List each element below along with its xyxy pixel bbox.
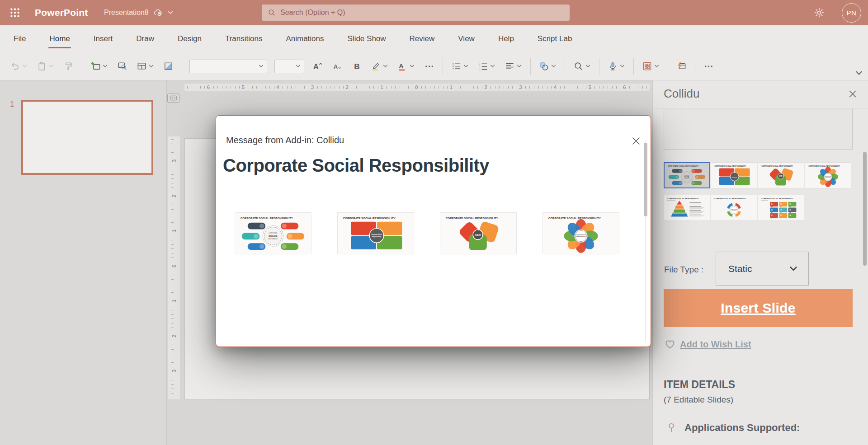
layout-icon [137,61,147,71]
svg-text:01: 01 [771,203,773,205]
panel-close-button[interactable] [847,89,858,99]
svg-text:CORPORATE SOCIAL RESPONSIBILIT: CORPORATE SOCIAL RESPONSIBILITY [714,165,746,167]
slide-thumbnail[interactable] [21,100,153,175]
tab-slide-show[interactable]: Slide Show [348,25,386,52]
settings-button[interactable] [814,7,826,19]
font-size-combobox[interactable] [274,60,304,73]
svg-text:CORPORATE SOCIAL RESPONSIBILIT: CORPORATE SOCIAL RESPONSIBILITY [667,198,699,200]
addins-button[interactable] [675,59,688,73]
find-button[interactable] [572,59,592,73]
bullets-button[interactable] [450,59,470,73]
chevron-down-icon [102,63,108,69]
background-button[interactable] [162,59,175,73]
tab-help[interactable]: Help [498,25,514,52]
collapse-thumbnail-panel-button[interactable] [167,94,179,103]
bold-button[interactable]: B [350,59,363,73]
tab-animations[interactable]: Animations [286,25,324,52]
reuse-slides-button[interactable] [116,59,128,73]
chevron-down-icon [654,63,660,69]
tab-review[interactable]: Review [410,25,435,52]
account-avatar[interactable]: PN [842,3,861,23]
chevron-down-icon [258,63,264,69]
ellipsis-button[interactable] [703,59,715,73]
dialog-slide-thumbnail-3[interactable]: CORPORATE SOCIAL RESPONSIBILITYCSR [440,212,517,254]
insert-slide-label: Insert Slide [721,300,795,316]
horizontal-ruler: 6543210123456 [184,84,650,91]
svg-text:03: 03 [789,203,791,205]
svg-text:CORPORATE SOCIAL RESPONSIBILIT: CORPORATE SOCIAL RESPONSIBILITY [548,216,601,220]
search-bar[interactable] [262,5,570,21]
tab-script-lab[interactable]: Script Lab [538,25,572,52]
align-button[interactable] [504,59,523,73]
template-thumbnail-3[interactable]: CORPORATE SOCIAL RESPONSIBILITYCSR [758,162,804,188]
panel-scrollbar-thumb[interactable] [863,152,867,266]
insert-slide-button[interactable]: Insert Slide [664,289,853,327]
font-color-button[interactable]: A [396,59,416,73]
tab-home[interactable]: Home [49,25,70,52]
template-thumbnail-1[interactable]: CORPORATE SOCIAL RESPONSIBILITYCORPORATE… [664,162,710,188]
svg-text:Corporate Social: Corporate Social [371,234,382,235]
dialog-slide-thumbnail-1[interactable]: CORPORATE SOCIAL RESPONSIBILITYCORPORATE… [235,212,311,254]
new-slide-button[interactable] [90,59,109,73]
layout-button[interactable] [136,59,155,73]
grow-font-button[interactable]: A [311,59,324,73]
file-type-select[interactable]: Static [716,252,809,286]
template-thumbnail-2[interactable]: CORPORATE SOCIAL RESPONSIBILITYCorporate… [711,162,757,188]
collidu-addin-panel: Collidu CORPORATE SOCIAL RESPONSIBILITYC… [652,80,868,445]
svg-text:Corporate Social: Corporate Social [576,234,586,236]
dialog-close-button[interactable] [631,136,642,146]
template-thumbnail-6[interactable]: CORPORATE SOCIAL RESPONSIBILITYCorporate… [711,195,757,221]
dialog-scrollbar-thumb[interactable] [644,143,647,216]
template-thumbnail-5[interactable]: CORPORATE SOCIAL RESPONSIBILITY [664,195,710,221]
toolbar-divider [530,58,531,75]
highlight-button[interactable] [370,59,389,73]
add-to-wishlist-button[interactable]: Add to Wish List [665,339,751,350]
document-title[interactable]: Presentation8 [104,0,174,25]
menubar: FileHomeInsertDrawDesignTransitionsAnima… [0,25,868,52]
numbering-button[interactable]: 123 [477,59,496,73]
paste-button [36,59,55,73]
heart-icon [665,339,675,350]
tab-insert[interactable]: Insert [94,25,113,52]
ellipsis-button[interactable] [423,59,435,73]
svg-text:B: B [354,62,359,71]
shapes-button[interactable] [538,59,557,73]
font-name-combobox[interactable] [189,60,267,73]
tab-transitions[interactable]: Transitions [225,25,263,52]
designer-icon [642,61,652,71]
numbering-icon: 123 [478,61,488,71]
find-icon [573,61,584,71]
shrink-font-button[interactable]: A [331,59,343,73]
dictate-button[interactable] [607,59,626,73]
chevron-down-icon [48,63,54,69]
template-thumbnail-4[interactable]: CORPORATE SOCIAL RESPONSIBILITYCorporate… [805,162,851,188]
tab-view[interactable]: View [458,25,475,52]
collapse-ribbon-button[interactable] [854,69,864,79]
dialog-slide-thumbnail-4[interactable]: CORPORATE SOCIAL RESPONSIBILITYCorporate… [542,212,619,254]
chevron-down-icon [490,63,495,69]
template-grid: CORPORATE SOCIAL RESPONSIBILITYCORPORATE… [664,162,853,221]
tab-design[interactable]: Design [178,25,202,52]
app-launcher-button[interactable] [7,5,23,20]
template-thumbnail-7[interactable]: CORPORATE SOCIAL RESPONSIBILITY010203040… [758,195,804,221]
chevron-down-icon [619,63,625,69]
highlight-icon [371,61,381,71]
flower-diagram: CORPORATE SOCIAL RESPONSIBILITYCorporate… [805,163,851,188]
tab-file[interactable]: File [14,25,26,52]
chevron-down-icon [585,63,591,69]
dialog-slide-thumbnail-2[interactable]: CORPORATE SOCIAL RESPONSIBILITYCorporate… [337,212,414,254]
format-painter-button [62,59,75,73]
svg-text:07: 07 [771,215,773,216]
file-type-label: File Type : [664,265,703,275]
svg-text:08: 08 [780,215,782,216]
dialog-thumbnail-row: CORPORATE SOCIAL RESPONSIBILITYCORPORATE… [235,212,619,254]
tab-draw[interactable]: Draw [136,25,154,52]
svg-text:Corporate Social: Corporate Social [731,209,737,210]
template-preview-box [664,109,853,150]
svg-text:CORPORATE SOCIAL RESPONSIBILIT: CORPORATE SOCIAL RESPONSIBILITY [761,198,793,200]
designer-button[interactable] [641,59,660,73]
slide-number: 1 [10,100,14,108]
search-input[interactable] [280,9,564,17]
toolbar-divider [565,58,565,75]
svg-text:Corporate Social: Corporate Social [731,175,738,176]
